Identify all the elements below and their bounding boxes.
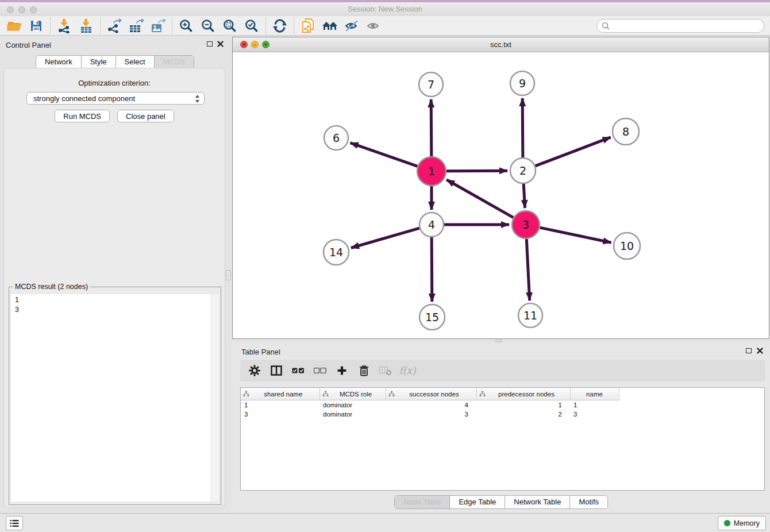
graph-edge-3-1[interactable] <box>446 180 513 218</box>
table-cell[interactable]: 1 <box>476 400 570 410</box>
graph-edge-2-8[interactable] <box>536 137 611 166</box>
tab-network[interactable]: Network <box>36 56 82 68</box>
export-network-button[interactable] <box>103 17 125 34</box>
close-panel-icon[interactable] <box>757 348 763 354</box>
show-column-panel-button[interactable] <box>265 361 287 380</box>
tab-network-table[interactable]: Network Table <box>505 496 570 508</box>
mcds-result-box: MCDS result (2 nodes) 1 3 <box>9 287 221 505</box>
control-panel: Control Panel Network Style Select MCDS … <box>0 36 230 513</box>
close-panel-icon[interactable] <box>217 41 224 47</box>
zoom-selected-button[interactable] <box>241 17 263 34</box>
network-overview-button[interactable] <box>319 17 341 34</box>
table-cell[interactable]: 3 <box>241 410 319 419</box>
node-table[interactable]: shared nameMCDS rolesuccessor nodesprede… <box>240 387 765 491</box>
graph-node-label-2: 2 <box>519 164 526 177</box>
run-mcds-button[interactable]: Run MCDS <box>55 110 110 122</box>
graph-edge-2-9[interactable] <box>522 98 523 157</box>
table-cell[interactable]: 3 <box>386 410 476 419</box>
column-header-successor-nodes[interactable]: successor nodes <box>386 388 476 400</box>
tab-edge-table[interactable]: Edge Table <box>450 496 505 508</box>
open-folder-icon <box>7 20 22 32</box>
graph-edge-4-15[interactable] <box>432 237 432 302</box>
table-cell[interactable]: 4 <box>386 400 476 410</box>
deselect-all-rows-button[interactable] <box>309 361 331 380</box>
tab-mcds[interactable]: MCDS <box>155 56 194 68</box>
zoom-in-button[interactable] <box>175 17 197 34</box>
task-history-button[interactable] <box>6 516 23 530</box>
graph-node-label-14: 14 <box>329 246 343 259</box>
hide-graphics-details-button[interactable] <box>341 17 363 34</box>
delete-table-button[interactable] <box>375 361 396 380</box>
import-table-button[interactable] <box>75 17 97 34</box>
show-graphics-details-button[interactable] <box>363 17 384 34</box>
mcds-buttons-row: Run MCDS Close panel <box>4 110 225 122</box>
graph-edge-3-11[interactable] <box>526 239 529 300</box>
table-row[interactable]: 3dominator323 <box>241 410 764 419</box>
table-settings-button[interactable] <box>244 361 265 380</box>
select-all-rows-button[interactable] <box>287 361 309 380</box>
export-image-button[interactable] <box>147 17 169 34</box>
eye-slash-icon <box>344 20 359 32</box>
save-session-button[interactable] <box>25 17 47 34</box>
result-scrollbar[interactable] <box>211 294 219 502</box>
float-panel-icon[interactable] <box>207 41 213 47</box>
duplicate-network-button[interactable] <box>297 17 319 34</box>
close-panel-button[interactable]: Close panel <box>117 110 174 122</box>
network-window-titlebar[interactable]: ✕ − + scc.txt <box>233 37 769 52</box>
float-panel-icon[interactable] <box>746 348 752 353</box>
column-header-MCDS-role[interactable]: MCDS role <box>319 388 386 400</box>
graph-node-label-11: 11 <box>523 309 537 322</box>
vertical-splitter-handle[interactable] <box>226 270 231 280</box>
duplicate-network-icon <box>301 18 315 34</box>
tab-select[interactable]: Select <box>116 56 155 68</box>
table-row[interactable]: 1dominator411 <box>241 400 764 410</box>
mcds-result-text[interactable]: 1 3 <box>11 294 219 502</box>
function-builder-button[interactable]: f(x) <box>396 361 418 380</box>
column-header-shared-name[interactable]: shared name <box>241 388 319 400</box>
graph-edge-1-2[interactable] <box>446 171 507 171</box>
import-table-icon <box>79 18 94 33</box>
graph-edge-3-10[interactable] <box>540 228 611 242</box>
table-panel-header: Table Panel <box>232 342 770 360</box>
column-header-name[interactable]: name <box>570 388 619 400</box>
zoom-out-button[interactable] <box>197 17 219 34</box>
open-session-button[interactable] <box>3 17 25 34</box>
columns-icon <box>271 365 282 376</box>
toolbar-separator <box>50 18 51 34</box>
control-panel-tabs: Network Style Select MCDS <box>0 55 230 69</box>
tab-style[interactable]: Style <box>82 56 116 68</box>
houses-icon <box>321 20 338 32</box>
app-titlebar: Session: New Session <box>0 2 770 17</box>
column-type-icon <box>322 391 329 397</box>
control-panel-header: Control Panel <box>0 36 230 53</box>
toolbar-search <box>596 19 764 33</box>
zoom-in-icon <box>179 19 193 33</box>
refresh-view-button[interactable] <box>269 17 291 34</box>
memory-button[interactable]: Memory <box>718 516 766 530</box>
graph-edge-1-6[interactable] <box>351 143 418 167</box>
zoom-fit-button[interactable] <box>219 17 241 34</box>
table-cell[interactable]: 2 <box>476 410 570 419</box>
export-table-button[interactable] <box>125 17 147 34</box>
create-column-button[interactable] <box>331 361 353 380</box>
graph-edge-4-14[interactable] <box>351 228 419 248</box>
graph-edge-2-3[interactable] <box>523 184 525 208</box>
table-panel-tabs: Node Table Edge Table Network Table Moti… <box>232 495 770 509</box>
graph-node-label-4: 4 <box>428 218 435 231</box>
column-label: name <box>573 391 617 398</box>
table-cell[interactable]: dominator <box>319 400 386 410</box>
table-cell[interactable]: 3 <box>570 410 619 419</box>
column-header-predecessor-nodes[interactable]: predecessor nodes <box>476 388 570 400</box>
delete-column-button[interactable] <box>353 361 375 380</box>
table-cell[interactable]: 1 <box>241 400 319 410</box>
graph-edge-1-7[interactable] <box>431 99 432 156</box>
import-network-button[interactable] <box>53 17 75 34</box>
criterion-select[interactable]: strongly connected component <box>26 92 205 105</box>
tab-node-table[interactable]: Node Table <box>395 496 451 508</box>
search-input[interactable] <box>596 19 764 33</box>
tab-motifs[interactable]: Motifs <box>570 496 607 508</box>
table-cell[interactable]: 1 <box>570 400 619 410</box>
table-cell[interactable]: dominator <box>319 410 386 419</box>
graph-node-label-8: 8 <box>622 125 629 138</box>
graph-canvas[interactable]: 7968124314101511 <box>233 52 769 338</box>
